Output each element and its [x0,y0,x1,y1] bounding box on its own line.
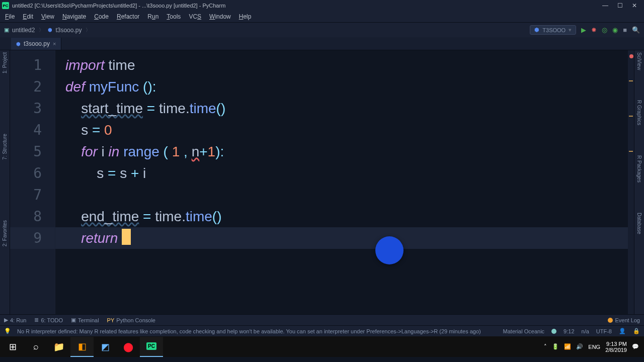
start-button[interactable]: ⊞ [1,337,24,357]
line-number: 2 [10,76,55,98]
warning-marker-icon[interactable] [629,80,633,81]
code-line: start_time = time.time() [55,98,644,119]
tab-file[interactable]: ⬢ t3sooo.py × [11,38,61,50]
tool-run[interactable]: ▶ 4: Run [4,317,26,323]
folder-icon: ▣ [4,27,9,33]
error-stripe[interactable] [628,50,634,314]
tool-favorites[interactable]: 2: Favorites [2,220,8,246]
menu-code[interactable]: Code [91,12,112,21]
lock-icon[interactable]: 🔒 [633,328,640,334]
line-number: 7 [10,184,55,206]
stop-icon[interactable]: ■ [623,26,627,34]
menu-run[interactable]: Run [144,12,162,21]
status-bar: 💡 No R interpreter defined: Many R relat… [0,325,644,336]
profile-icon[interactable]: ◉ [612,26,618,34]
right-tool-rail: SciView R Graphics R Packages Database [634,50,644,314]
battery-icon[interactable]: 🔋 [552,343,559,350]
warning-marker-icon[interactable] [629,151,633,152]
notifications-icon[interactable]: 💬 [632,343,639,350]
error-marker-icon[interactable] [629,54,633,58]
maximize-button[interactable]: ☐ [617,2,623,9]
menu-vcs[interactable]: VCS [186,12,204,21]
menu-bar: File Edit View Navigate Code Refactor Ru… [0,11,644,22]
breadcrumb: ▣ untitled2 〉 ⬢ t3sooo.py 〉 [4,27,92,34]
code-line [55,184,644,206]
cursor-position[interactable]: 9:12 [564,328,574,334]
code-line: def myFunc (): [55,76,644,98]
line-gutter: 1 2 3 4 5 6 7 8 9 [10,50,55,314]
editor-tabs: ⬢ t3sooo.py × [0,37,644,50]
tool-todo[interactable]: ≣ 6: TODO [34,317,63,323]
theme-color-icon [551,329,556,334]
coverage-icon[interactable]: ◎ [602,26,607,34]
window-title: untitled2 [C:\Users\t3so\PycharmProjects… [12,3,225,9]
code-editor[interactable]: import time def myFunc (): start_time = … [55,50,644,314]
breadcrumb-file[interactable]: t3sooo.py [55,27,82,34]
warning-marker-icon[interactable] [629,116,633,117]
clock[interactable]: 9:13 PM 2/8/2019 [605,341,627,353]
run-icon[interactable]: ▶ [581,26,586,34]
line-sep[interactable]: n/a [582,328,589,334]
line-number: 6 [10,162,55,184]
line-number: 4 [10,119,55,141]
code-line: end_time = time.time() [55,206,644,227]
sublime-icon[interactable]: ◧ [70,337,94,357]
search-button[interactable]: ⌕ [24,337,47,357]
tool-database[interactable]: Database [636,213,642,234]
debug-icon[interactable]: ✸ [591,26,597,34]
tool-sciview[interactable]: SciView [636,52,642,70]
menu-window[interactable]: Window [206,12,234,21]
bottom-tool-bar: ▶ 4: Run ≣ 6: TODO ▣ Terminal PY Python … [0,314,644,325]
menu-file[interactable]: File [2,12,18,21]
opera-icon[interactable]: ⬤ [117,337,140,357]
chevron-right-icon: 〉 [39,27,44,34]
tool-structure[interactable]: 7: Structure [2,134,8,160]
status-message: No R interpreter defined: Many R related… [17,328,481,334]
code-line: s = 0 [55,119,644,141]
pycharm-taskbar-icon[interactable]: PC [140,337,163,357]
theme-label[interactable]: Material Oceanic [503,328,545,334]
volume-icon[interactable]: 🔊 [576,343,583,350]
encoding[interactable]: UTF-8 [596,328,612,334]
run-config-label: T3SOOO [542,27,566,33]
menu-tools[interactable]: Tools [164,12,184,21]
tool-r-packages[interactable]: R Packages [636,155,642,183]
minimize-button[interactable]: — [602,2,608,9]
line-number: 9 [10,227,55,249]
tray-chevron-icon[interactable]: ˄ [544,343,547,350]
editor-area: 1: Project 7: Structure 2: Favorites 1 2… [0,50,644,314]
language-indicator[interactable]: ENG [588,344,600,350]
close-icon[interactable]: × [53,41,56,47]
tool-terminal[interactable]: ▣ Terminal [71,317,99,323]
wifi-icon[interactable]: 📶 [564,343,571,350]
warning-icon [608,318,613,323]
menu-help[interactable]: Help [236,12,255,21]
text-cursor [122,229,131,245]
bulb-icon[interactable]: 💡 [4,328,11,334]
tool-project[interactable]: 1: Project [2,52,8,73]
line-number: 8 [10,206,55,227]
app-icon[interactable]: ◩ [94,337,117,357]
line-number: 1 [10,54,55,76]
close-button[interactable]: ✕ [632,2,637,9]
menu-refactor[interactable]: Refactor [114,12,142,21]
tool-r-graphics[interactable]: R Graphics [636,100,642,125]
tab-label: t3sooo.py [24,40,50,47]
menu-view[interactable]: View [38,12,57,21]
menu-edit[interactable]: Edit [20,12,36,21]
inspector-icon[interactable]: 👤 [619,328,626,334]
left-tool-rail: 1: Project 7: Structure 2: Favorites [0,50,10,314]
python-icon: ⬢ [16,41,21,47]
windows-taskbar: ⊞ ⌕ 📁 ◧ ◩ ⬤ PC ˄ 🔋 📶 🔊 ENG 9:13 PM 2/8/2… [0,336,644,357]
event-log-button[interactable]: Event Log [615,317,640,323]
search-icon[interactable]: 🔍 [632,26,640,34]
code-line: for i in range ( 1 , n+1): [55,141,644,162]
python-icon: ⬢ [48,27,52,33]
dropdown-icon: ▾ [569,27,572,33]
explorer-icon[interactable]: 📁 [47,337,70,357]
run-config-selector[interactable]: ⬢ T3SOOO ▾ [530,25,576,35]
cursor-highlight-overlay [375,236,404,264]
menu-navigate[interactable]: Navigate [59,12,89,21]
tool-python-console[interactable]: PY Python Console [107,317,155,323]
breadcrumb-project[interactable]: untitled2 [12,27,35,34]
